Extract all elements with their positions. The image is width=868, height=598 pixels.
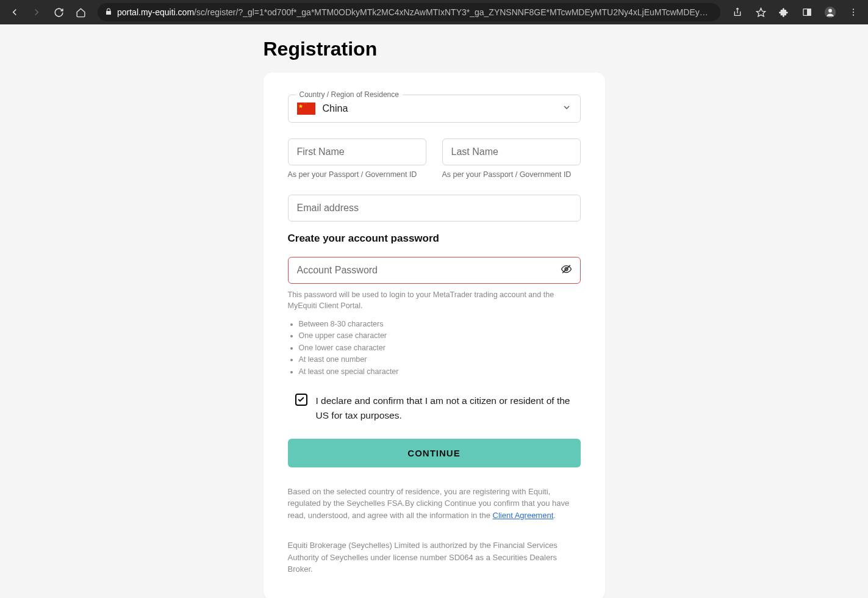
req-item: At least one special character <box>299 366 581 378</box>
declaration-text: I declare and confirm that I am not a ci… <box>316 394 581 423</box>
back-button[interactable] <box>5 2 24 22</box>
password-hint: This password will be used to login to y… <box>288 290 581 311</box>
reload-button[interactable] <box>49 2 68 22</box>
menu-button[interactable] <box>844 2 863 22</box>
forward-button[interactable] <box>27 2 46 22</box>
sidepanel-button[interactable] <box>797 2 817 22</box>
svg-point-6 <box>853 9 854 10</box>
declaration-checkbox[interactable] <box>295 394 307 406</box>
share-button[interactable] <box>728 2 747 22</box>
flag-icon <box>297 103 315 115</box>
browser-toolbar: portal.my-equiti.com/sc/register/?_gl=1*… <box>0 0 868 24</box>
first-name-hint: As per your Passport / Government ID <box>288 170 426 179</box>
home-button[interactable] <box>71 2 90 22</box>
req-item: One upper case character <box>299 330 581 342</box>
profile-button[interactable] <box>820 2 840 22</box>
svg-rect-3 <box>808 9 811 16</box>
bookmark-button[interactable] <box>751 2 770 22</box>
svg-marker-0 <box>756 8 765 16</box>
url-text: portal.my-equiti.com/sc/register/?_gl=1*… <box>117 7 713 17</box>
country-label: Country / Region of Residence <box>296 90 403 99</box>
req-item: One lower case character <box>299 342 581 354</box>
page-title: Registration <box>264 38 605 60</box>
legal-authorization: Equiti Brokerage (Seychelles) Limited is… <box>288 539 581 575</box>
address-bar[interactable]: portal.my-equiti.com/sc/register/?_gl=1*… <box>98 3 720 21</box>
password-requirements: Between 8-30 characters One upper case c… <box>299 319 581 378</box>
req-item: At least one number <box>299 354 581 366</box>
first-name-input[interactable] <box>288 139 426 165</box>
req-item: Between 8-30 characters <box>299 319 581 330</box>
svg-point-8 <box>853 15 854 16</box>
email-input[interactable] <box>288 195 581 222</box>
toggle-password-icon[interactable] <box>561 264 572 278</box>
legal-agreement: Based on the selected country of residen… <box>288 486 581 522</box>
check-icon <box>297 395 305 403</box>
extensions-button[interactable] <box>774 2 794 22</box>
lock-icon <box>105 8 112 17</box>
chevron-down-icon <box>562 103 572 115</box>
password-section-title: Create your account password <box>288 232 581 245</box>
country-select[interactable]: Country / Region of Residence China <box>288 95 581 123</box>
svg-point-5 <box>828 9 832 13</box>
registration-card: Country / Region of Residence China As p… <box>264 73 605 598</box>
client-agreement-link[interactable]: Client Agreement <box>493 511 554 520</box>
last-name-hint: As per your Passport / Government ID <box>442 170 581 179</box>
last-name-input[interactable] <box>442 139 581 165</box>
country-value: China <box>323 103 348 114</box>
svg-point-7 <box>853 12 854 13</box>
continue-button[interactable]: CONTINUE <box>288 439 581 467</box>
password-input[interactable] <box>288 257 581 284</box>
